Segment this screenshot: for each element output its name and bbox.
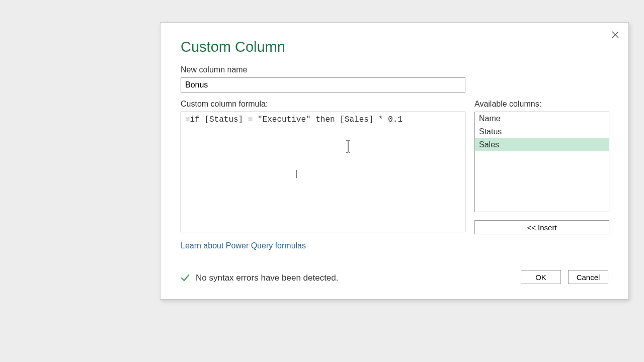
column-name-label: New column name (181, 65, 608, 74)
column-item[interactable]: Status (475, 125, 609, 138)
checkmark-icon (181, 274, 190, 283)
custom-column-dialog: Custom Column New column name Custom col… (160, 22, 629, 300)
formula-input[interactable] (181, 112, 465, 232)
close-icon (612, 31, 619, 38)
status-message: No syntax errors have been detected. (196, 273, 339, 283)
close-button[interactable] (609, 29, 621, 41)
cancel-button[interactable]: Cancel (568, 270, 608, 284)
available-columns-list[interactable]: NameStatusSales (474, 112, 609, 212)
insert-button[interactable]: << Insert (474, 220, 609, 234)
column-item[interactable]: Sales (475, 138, 609, 151)
column-name-input[interactable] (181, 77, 465, 93)
ok-button[interactable]: OK (521, 270, 561, 284)
status-row: No syntax errors have been detected. (181, 273, 339, 283)
dialog-title: Custom Column (181, 39, 608, 55)
formula-label: Custom column formula: (181, 100, 465, 109)
learn-link[interactable]: Learn about Power Query formulas (181, 241, 306, 250)
column-item[interactable]: Name (475, 112, 609, 125)
available-columns-label: Available columns: (474, 100, 609, 109)
